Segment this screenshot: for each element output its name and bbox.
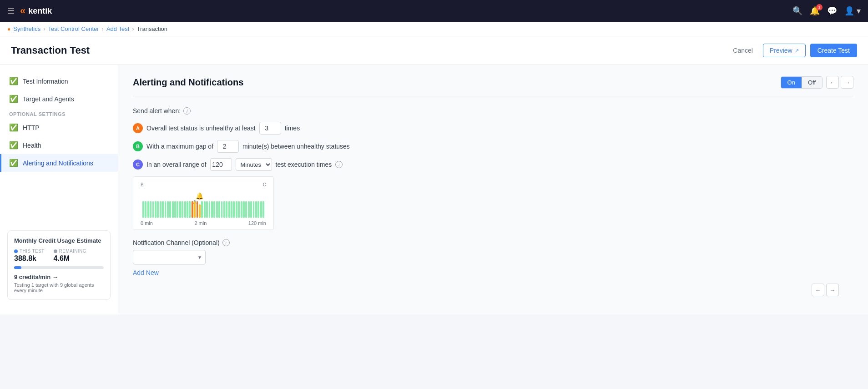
cancel-button[interactable]: Cancel [727,44,758,57]
row-c-info-icon[interactable]: i [335,161,343,168]
row-a-value-input[interactable] [259,122,281,135]
row-a-suffix: times [285,125,300,132]
timeline-max-label: 120 min [248,220,266,226]
preview-button[interactable]: Preview ↗ [763,44,806,57]
credit-title: Monthly Credit Usage Estimate [14,237,104,244]
sidebar-label-test-information: Test Information [23,78,68,85]
menu-icon[interactable]: ☰ [7,6,15,16]
sidebar: ✅ Test Information ✅ Target and Agents O… [0,65,118,314]
this-test-value: 388.8k [14,254,45,263]
prev-arrow-top[interactable]: ← [826,76,839,89]
row-c-suffix: test execution times [276,161,332,168]
toggle-off-button[interactable]: Off [802,77,822,88]
create-test-button[interactable]: Create Test [810,44,857,57]
logo-text: kentik [28,6,52,16]
credit-bar-fill [14,266,21,269]
remaining-label: REMAINING [54,249,86,254]
breadcrumb-synthetics[interactable]: Synthetics [13,25,40,32]
sidebar-label-alerting: Alerting and Notifications [23,160,93,167]
sidebar-item-target-agents[interactable]: ✅ Target and Agents [0,90,118,108]
chat-icon[interactable]: 💬 [827,6,837,16]
synthetics-dot-icon: ● [7,26,10,32]
nav-arrows-top: ← → [826,76,853,89]
logo-icon: « [20,5,25,17]
notification-channel-select[interactable] [133,250,206,264]
row-b-suffix: minute(s) between unhealthy statuses [242,143,350,150]
badge-b: B [133,141,143,151]
notification-channel-label: Notification Channel (Optional) i [133,239,853,246]
breadcrumb-sep-1: › [43,25,45,32]
sidebar-item-health[interactable]: ✅ Health [0,136,118,154]
this-test-label: THIS TEST [14,249,45,254]
external-link-icon: ↗ [795,48,799,54]
toggle-on-button[interactable]: On [781,77,802,88]
credits-per-min: 9 credits/min → [14,274,104,280]
bell-icon: 🔔 [196,192,203,199]
check-icon-alerting: ✅ [9,159,18,167]
breadcrumb-sep-2: › [102,25,104,32]
prev-arrow-bottom[interactable]: ← [812,284,824,296]
check-icon-health: ✅ [9,141,18,150]
breadcrumb-add-test[interactable]: Add Test [106,25,129,32]
notification-info-icon[interactable]: i [222,239,230,246]
check-icon-target-agents: ✅ [9,95,18,103]
notification-channel-select-wrap: ▼ [133,250,206,264]
credits-desc: Testing 1 target with 9 global agents ev… [14,282,104,293]
timeline-mid-label: 2 min [194,220,207,226]
sidebar-item-http[interactable]: ✅ HTTP [0,119,118,136]
optional-settings-label: Optional Settings [0,108,118,119]
sidebar-label-health: Health [23,142,41,149]
alert-row-c: C In an overall range of Minutes Hours t… [133,158,853,171]
notifications-icon[interactable]: 🔔 1 [810,6,820,16]
search-icon[interactable]: 🔍 [792,6,802,16]
top-nav: ☰ « kentik 🔍 🔔 1 💬 👤 ▾ [0,0,868,22]
credit-usage-box: Monthly Credit Usage Estimate THIS TEST … [7,230,111,300]
next-arrow-bottom[interactable]: → [826,284,839,296]
section-divider [133,96,853,96]
timeline-container: B C 🔔 A [133,176,274,230]
sidebar-label-http: HTTP [23,124,40,131]
sidebar-label-target-agents: Target and Agents [23,95,74,103]
sidebar-item-test-information[interactable]: ✅ Test Information [0,72,118,90]
remaining-value: 4.6M [54,254,86,263]
row-c-value-input[interactable] [210,158,232,171]
header-actions: Cancel Preview ↗ Create Test [727,44,857,57]
content-area: Alerting and Notifications On Off ← → Se… [118,65,868,314]
page-header: Transaction Test Cancel Preview ↗ Create… [0,36,868,65]
row-a-prefix: Overall test status is unhealthy at leas… [146,125,256,132]
check-icon-test-info: ✅ [9,77,18,85]
row-c-unit-select[interactable]: Minutes Hours [236,158,272,171]
timeline-marker-b-label: B [141,182,144,187]
breadcrumb-current: Transaction [137,25,167,32]
page-title: Transaction Test [11,45,90,56]
check-icon-http: ✅ [9,123,18,132]
toggle-group: On Off [781,76,823,89]
breadcrumb: ● Synthetics › Test Control Center › Add… [0,22,868,36]
bar-green [142,201,144,218]
breadcrumb-test-control-center[interactable]: Test Control Center [48,25,99,32]
alert-row-a: A Overall test status is unhealthy at le… [133,122,853,135]
timeline-bars [141,201,266,218]
row-c-prefix: In an overall range of [146,161,207,168]
credit-bar-track [14,266,104,269]
logo: « kentik [20,5,52,17]
notification-section: Notification Channel (Optional) i ▼ Add … [133,239,853,276]
bottom-nav-arrows: ← → [133,276,853,304]
row-b-value-input[interactable] [217,140,239,153]
timeline-min-label: 0 min [141,220,153,226]
sidebar-item-alerting-notifications[interactable]: ✅ Alerting and Notifications [0,154,118,172]
this-test-dot [14,249,18,253]
bar-orange [192,201,193,218]
row-b-prefix: With a maximum gap of [146,143,213,150]
next-arrow-top[interactable]: → [841,76,853,89]
send-alert-info-icon[interactable]: i [183,107,191,115]
badge-c: C [133,160,143,170]
badge-a: A [133,123,143,133]
breadcrumb-sep-3: › [132,25,134,32]
user-menu-icon[interactable]: 👤 ▾ [844,6,861,16]
alert-row-b: B With a maximum gap of minute(s) betwee… [133,140,853,153]
main-content: ✅ Test Information ✅ Target and Agents O… [0,65,868,314]
remaining-dot [54,249,57,253]
add-new-link[interactable]: Add New [133,269,159,276]
send-alert-label: Send alert when: i [133,107,853,115]
